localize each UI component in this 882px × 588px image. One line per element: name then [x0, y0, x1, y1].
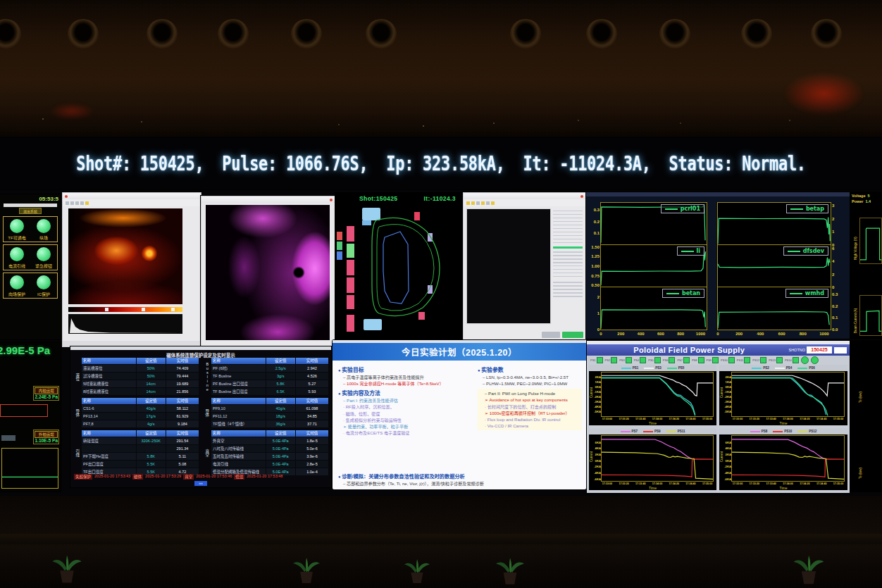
table-row: 五时及五时传输线5.0E-4Pa3.9e-6 — [211, 453, 328, 461]
legend-entry: PS5 — [667, 366, 685, 370]
table-group-label: 引线 — [73, 430, 81, 476]
toolbar-icon[interactable] — [481, 201, 485, 205]
table-cell: 4g/s — [136, 420, 166, 427]
param-list: – LSN, Ip~0.3-0.4MA, ne~3.0-3.5, Bt=+/-2… — [478, 374, 582, 387]
shot-number-label: Shot:150425 — [359, 195, 397, 202]
table-row: 过冷槽液位50%79.444 — [81, 373, 199, 380]
close-icon[interactable] — [65, 195, 68, 198]
table-cell: 74.409 — [166, 365, 199, 372]
vacuum-trend-chart — [1, 448, 58, 489]
table-cell: 4.526 — [295, 373, 328, 380]
plan-item: – 高电子温度等离子体约束改善及性能提升 — [343, 374, 476, 380]
chart-pf-top-right: 2KA1KA0KA-1KA-2KA-3KA-4KA-5KA17:33:0017:… — [731, 372, 845, 417]
timestamp: 2025-01-20 17:53:43 — [94, 474, 130, 480]
legend-label: dfsdev — [803, 248, 824, 254]
chart-canvas — [602, 436, 713, 481]
table-cell — [136, 445, 166, 452]
plan-right-column: 实验参数 – LSN, Ip~0.3-0.4MA, ne~3.0-3.5, Bt… — [478, 363, 582, 430]
toolbar-icon[interactable] — [66, 201, 69, 205]
table-cell: 14cm — [136, 380, 166, 387]
y-axis-tick: -5KA — [591, 411, 601, 413]
chart-li: li 0.500.751.001.251.50 — [600, 244, 707, 288]
legend-line-sample — [643, 431, 653, 432]
table-cell: CS1-6 — [81, 405, 136, 412]
column-header: 实时值 — [295, 430, 328, 437]
y-axis-tick: 6 — [832, 246, 844, 251]
y-axis-tick: 1.00 — [588, 264, 600, 268]
x-axis-tick: 17:34:00 — [652, 482, 662, 485]
table-row: PF Busline 出口温度5.8K5.27 — [211, 380, 328, 388]
plan-item: – PLHW~1.5MW, PEC~2.0MW; PIC~1.0MW — [483, 380, 582, 387]
cancel-button[interactable] — [542, 332, 560, 338]
y-axis-tick: 2 — [832, 273, 844, 277]
pfps-header: Poloidal Field Power Supply SHOTNO 15042… — [587, 344, 850, 356]
y-axis-tick: -3KA — [591, 401, 601, 404]
x-axis-tick: 17:34:40 — [816, 482, 826, 485]
legend-label: PS5 — [678, 366, 685, 370]
close-icon[interactable] — [580, 195, 583, 198]
scale-marker[interactable] — [171, 308, 175, 311]
x-axis-tick: 0 — [600, 332, 602, 336]
plasma-cross-section — [335, 202, 461, 337]
legend-line-sample — [773, 431, 783, 432]
scale-marker[interactable] — [142, 308, 145, 311]
ceiling-light — [741, 19, 772, 49]
toolbar-icon[interactable] — [491, 201, 495, 205]
axis-label-beam-current: Beam Current (A) — [854, 308, 857, 333]
plan-item: · RF投入时序、沉积位置、 — [343, 404, 476, 410]
histogram-curve — [68, 314, 182, 334]
ps-status-indicator: PS4 — [634, 357, 647, 363]
toolbar-icon[interactable] — [486, 201, 490, 205]
legend-entry: PS6 — [797, 366, 815, 370]
table-header-row: 名称设定值实时值 — [211, 398, 328, 405]
y-axis-tick: -4KA — [591, 472, 601, 475]
table-cell: 5.0E-4Pa — [266, 461, 295, 468]
x-axis-tick: 400 — [757, 332, 764, 336]
timestamp: 磁体 — [132, 474, 143, 480]
ps-status-indicator: PS1 — [590, 357, 603, 363]
toolbar-icon[interactable] — [471, 201, 475, 205]
table-cell — [81, 445, 136, 452]
toolbar-icon[interactable] — [70, 201, 74, 205]
toolbar-icon[interactable] — [466, 201, 470, 205]
goal-list: – 高电子温度等离子体约束改善及性能提升– 1000s 完全非感应H-mode … — [338, 374, 476, 387]
section-heading: 诊断/模拟：关键分布参数自洽性验证和及时的数据分析 — [338, 473, 582, 480]
table-cell: 2.942 — [295, 365, 328, 372]
legend-label: betap — [806, 206, 824, 212]
column-header: 名称 — [81, 398, 136, 404]
interlock-light: 纵场 — [30, 219, 57, 241]
gauge-value: 1.10E-5 Pa — [35, 438, 58, 443]
ceiling-light — [147, 19, 178, 49]
section-heading: 实验目标 — [338, 365, 476, 373]
exit-system-button[interactable]: 退出系统 — [19, 208, 42, 214]
legend-line-sample — [621, 431, 631, 432]
table-cell: 9.184 — [166, 420, 199, 427]
more-link[interactable]: »» — [194, 481, 207, 486]
shotno-secondary-box[interactable] — [834, 347, 847, 354]
data-table: 名称设定值实时值液氦槽液位50%74.409过冷槽液位50%79.4445时液氦… — [81, 358, 199, 396]
toolbar-icon[interactable] — [85, 201, 89, 205]
toolbar-icon[interactable] — [80, 201, 84, 205]
close-icon[interactable] — [330, 199, 333, 201]
scale-marker[interactable] — [105, 308, 108, 311]
screen-strip-charts: pcrl01 0.10.20.3 li 0.500.751.001.251.50… — [586, 192, 850, 339]
table-row: 外真空5.0E-4Pa1.8e-5 — [211, 437, 328, 445]
toolbar-icon[interactable] — [476, 201, 480, 205]
x-axis-tick: 17:33:00 — [602, 482, 612, 485]
legend-entry: PS1 — [621, 366, 639, 370]
y-axis-tick: 2KA — [721, 376, 731, 379]
ps-status-indicator: PS8 — [692, 357, 704, 363]
confirm-button[interactable] — [562, 332, 583, 338]
ps-status-indicator-round — [801, 356, 809, 364]
table-cell: 40g/s — [266, 405, 295, 412]
legend-entry: PS2 — [752, 366, 769, 370]
y-axis-tick: -2KA — [591, 465, 601, 468]
y-axis-tick: 0.0 — [832, 327, 844, 332]
legend-line-sample — [790, 293, 802, 294]
toolbar-icon[interactable] — [75, 201, 79, 205]
pf-chart-cell: PS8 PS10 PS12 Current 6KA4KA2KA0KA-2KA-4… — [719, 428, 847, 490]
y-axis-tick: 0KA — [721, 386, 731, 389]
section-heading: 实验内容及方法 — [338, 389, 476, 396]
ceiling-light — [291, 19, 322, 49]
plant — [49, 553, 85, 584]
